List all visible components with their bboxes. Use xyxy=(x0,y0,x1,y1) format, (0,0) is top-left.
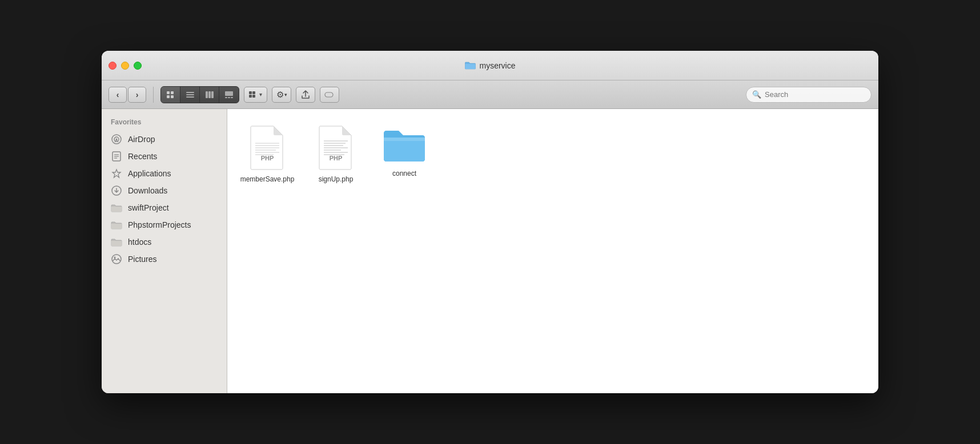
svg-text:PHP: PHP xyxy=(330,155,343,162)
sidebar-item-label-downloads: Downloads xyxy=(128,186,167,195)
svg-rect-5 xyxy=(186,94,194,95)
sidebar-item-phpstormprojects[interactable]: PhpstormProjects xyxy=(102,216,227,233)
svg-rect-3 xyxy=(171,95,174,98)
svg-point-28 xyxy=(114,257,116,259)
sidebar-item-label-pictures: Pictures xyxy=(128,255,157,264)
sidebar-item-label-phpstormprojects: PhpstormProjects xyxy=(128,220,191,229)
svg-rect-13 xyxy=(231,97,233,98)
tag-icon xyxy=(324,91,335,99)
sidebar-item-htdocs[interactable]: htdocs xyxy=(102,233,227,251)
sidebar: Favorites AirDrop xyxy=(102,109,227,393)
sidebar-item-recents[interactable]: Recents xyxy=(102,148,227,165)
sidebar-item-applications[interactable]: Applications xyxy=(102,165,227,182)
minimize-button[interactable] xyxy=(121,62,129,70)
sidebar-item-label-applications: Applications xyxy=(128,169,171,178)
view-list-button[interactable] xyxy=(180,87,200,103)
svg-rect-11 xyxy=(225,97,227,98)
svg-rect-2 xyxy=(167,95,170,98)
recents-icon xyxy=(111,151,122,162)
search-icon: 🔍 xyxy=(752,90,761,99)
file-item-signup[interactable]: PHP signUp.php xyxy=(307,120,364,188)
gear-button[interactable]: ⚙ ▾ xyxy=(272,87,291,103)
svg-text:PHP: PHP xyxy=(261,155,274,162)
downloads-icon xyxy=(111,185,122,196)
svg-rect-8 xyxy=(208,91,211,98)
svg-rect-4 xyxy=(186,92,194,93)
sidebar-item-label-htdocs: htdocs xyxy=(128,237,151,247)
titlebar: myservice xyxy=(102,51,878,80)
maximize-button[interactable] xyxy=(134,62,142,70)
php-file-icon-signup: PHP xyxy=(316,125,356,171)
svg-rect-14 xyxy=(249,91,252,94)
share-button[interactable] xyxy=(296,87,315,103)
view-icon-button[interactable] xyxy=(161,87,180,103)
close-button[interactable] xyxy=(109,62,117,70)
file-area: PHP memberSave.php xyxy=(227,109,878,393)
gear-icon: ⚙ xyxy=(276,90,284,100)
sidebar-item-label-airdrop: AirDrop xyxy=(128,135,155,144)
file-item-connect[interactable]: connect xyxy=(376,120,433,188)
svg-rect-1 xyxy=(171,91,174,94)
pictures-icon xyxy=(111,253,122,265)
swiftproject-folder-icon xyxy=(111,202,122,213)
file-name-signup: signUp.php xyxy=(319,175,354,183)
svg-rect-18 xyxy=(325,92,333,97)
traffic-lights xyxy=(109,62,142,70)
sidebar-item-downloads[interactable]: Downloads xyxy=(102,182,227,199)
folder-icon-connect xyxy=(381,125,427,165)
view-gallery-button[interactable] xyxy=(219,87,239,103)
sidebar-item-pictures[interactable]: Pictures xyxy=(102,251,227,268)
file-name-connect: connect xyxy=(392,169,416,177)
svg-rect-15 xyxy=(252,91,255,94)
group-btn-chevron: ▾ xyxy=(259,91,262,98)
file-item-membersave[interactable]: PHP memberSave.php xyxy=(239,120,296,188)
folder-icon xyxy=(464,61,476,70)
sidebar-item-label-recents: Recents xyxy=(128,152,157,161)
forward-button[interactable]: › xyxy=(128,87,146,103)
sidebar-section-favorites: Favorites xyxy=(102,118,227,131)
svg-rect-17 xyxy=(252,95,255,98)
content-area: Favorites AirDrop xyxy=(102,109,878,393)
svg-rect-12 xyxy=(228,97,230,98)
htdocs-folder-icon xyxy=(111,236,122,248)
svg-rect-6 xyxy=(186,96,194,98)
sidebar-item-label-swiftproject: swiftProject xyxy=(128,203,169,212)
svg-rect-16 xyxy=(249,95,252,98)
sidebar-item-swiftproject[interactable]: swiftProject xyxy=(102,199,227,216)
finder-window: myservice ‹ › xyxy=(102,51,878,393)
phpstormprojects-folder-icon xyxy=(111,219,122,231)
applications-icon xyxy=(111,168,122,179)
view-controls xyxy=(160,86,239,103)
svg-rect-0 xyxy=(167,91,170,94)
toolbar-separator-1 xyxy=(153,87,154,103)
gear-chevron-icon: ▾ xyxy=(284,92,287,98)
nav-buttons: ‹ › xyxy=(109,87,146,103)
svg-rect-10 xyxy=(225,91,233,96)
window-title: myservice xyxy=(479,61,515,70)
php-file-icon-membersave: PHP xyxy=(247,125,287,171)
view-column-button[interactable] xyxy=(200,87,219,103)
search-box[interactable]: 🔍 xyxy=(746,87,871,103)
share-icon xyxy=(302,90,310,99)
svg-rect-7 xyxy=(206,91,208,98)
sidebar-item-airdrop[interactable]: AirDrop xyxy=(102,131,227,148)
airdrop-icon xyxy=(111,134,122,145)
toolbar: ‹ › xyxy=(102,80,878,109)
group-button[interactable]: ▾ xyxy=(244,87,267,103)
tag-button[interactable] xyxy=(320,87,339,103)
window-title-area: myservice xyxy=(464,61,515,70)
back-button[interactable]: ‹ xyxy=(109,87,127,103)
search-input[interactable] xyxy=(765,90,865,99)
svg-rect-9 xyxy=(211,91,214,98)
svg-point-27 xyxy=(112,255,121,264)
file-name-membersave: memberSave.php xyxy=(240,175,295,183)
